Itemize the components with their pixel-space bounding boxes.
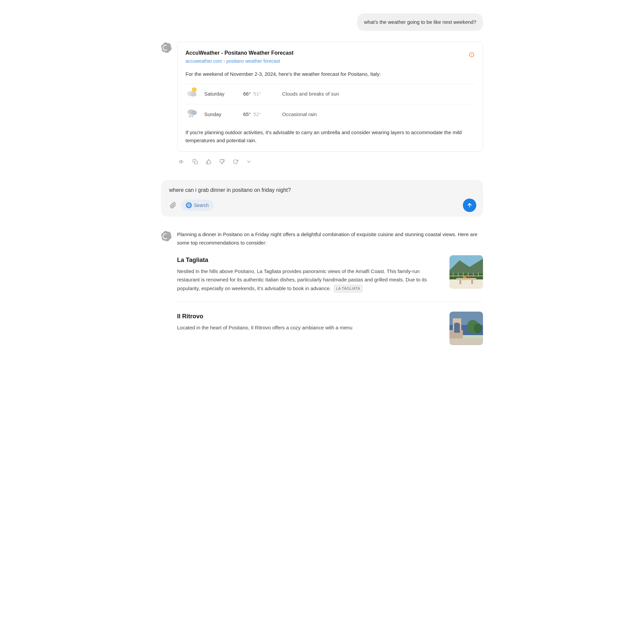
saturday-temp: 66° 51° [243, 90, 277, 98]
weather-card-url: accuweather.com › positano weather forec… [185, 57, 293, 65]
attach-button[interactable] [168, 200, 178, 211]
volume-icon[interactable] [177, 157, 186, 166]
weather-intro-text: For the weekend of November 2-3, 2024, h… [185, 70, 475, 78]
svg-line-8 [189, 115, 190, 117]
chevron-down-icon[interactable] [244, 157, 254, 166]
restaurant-desc-text-tagliata: Nestled in the hills above Positano, La … [177, 268, 427, 291]
restaurant-info-tagliata: La Tagliata Nestled in the hills above P… [177, 255, 443, 292]
saturday-weather-icon [185, 87, 199, 101]
restaurant-card-ritrovo: Il Ritrovo Located in the heart of Posit… [177, 312, 483, 355]
user-message-1: what's the weather going to be like next… [161, 13, 483, 31]
saturday-low: 51° [254, 91, 261, 97]
input-left-tools: Search [168, 200, 213, 211]
svg-point-7 [191, 110, 197, 115]
svg-rect-22 [471, 280, 473, 284]
svg-rect-40 [449, 338, 483, 345]
restaurant-info-ritrovo: Il Ritrovo Located in the heart of Posit… [177, 312, 443, 345]
refresh-icon[interactable] [231, 157, 240, 166]
svg-line-10 [193, 115, 193, 117]
svg-rect-31 [478, 273, 479, 277]
sunday-high: 65° [243, 111, 251, 117]
restaurant-card-tagliata: La Tagliata Nestled in the hills above P… [177, 255, 483, 302]
restaurant-desc-tagliata: Nestled in the hills above Positano, La … [177, 267, 443, 293]
weather-sun-icon: ⊙ [469, 49, 475, 60]
weather-card: AccuWeather - Positano Weather Forecast … [177, 42, 483, 152]
svg-rect-26 [453, 273, 453, 277]
copy-icon[interactable] [191, 157, 200, 166]
sunday-weather-icon [185, 108, 199, 121]
restaurant-image-tagliata [449, 255, 483, 289]
svg-marker-11 [179, 160, 181, 163]
weather-card-title: AccuWeather - Positano Weather Forecast [185, 49, 293, 57]
ai-avatar-2 [161, 231, 172, 241]
svg-line-9 [191, 115, 191, 117]
svg-rect-12 [195, 161, 198, 164]
sunday-low: 52° [254, 111, 261, 117]
weather-advice: If you're planning outdoor activities, i… [185, 128, 475, 145]
action-icons-row [177, 157, 483, 166]
input-toolbar: Search [168, 199, 476, 212]
svg-rect-28 [463, 273, 464, 277]
svg-point-37 [454, 323, 460, 326]
send-button[interactable] [463, 199, 476, 212]
svg-rect-19 [449, 279, 483, 289]
ai-weather-content: AccuWeather - Positano Weather Forecast … [177, 42, 483, 166]
restaurant-tag-tagliata: LA TAGLIATA [334, 285, 363, 292]
svg-rect-20 [456, 278, 476, 280]
svg-line-5 [192, 88, 193, 89]
saturday-description: Clouds and breaks of sun [282, 90, 339, 98]
restaurant-image-ritrovo [449, 312, 483, 345]
input-text-display[interactable]: where can i grab dinner in positano on f… [168, 186, 476, 195]
svg-rect-29 [468, 273, 469, 277]
ai-avatar [161, 42, 172, 53]
sunday-temp: 65° 52° [243, 110, 277, 118]
weather-card-header: AccuWeather - Positano Weather Forecast … [185, 49, 475, 69]
sunday-weather-row: Sunday 65° 52° Occasional rain [185, 104, 475, 124]
saturday-weather-row: Saturday 66° 51° Clouds and breaks of su… [185, 84, 475, 104]
restaurant-name-ritrovo: Il Ritrovo [177, 312, 443, 321]
ai-dinner-response: Planning a dinner in Positano on a Frida… [161, 230, 483, 364]
url-separator: › [223, 57, 225, 65]
svg-point-2 [191, 92, 197, 97]
svg-line-4 [196, 88, 197, 89]
restaurant-desc-ritrovo: Located in the heart of Positano, Il Rit… [177, 323, 443, 332]
thumbdown-icon[interactable] [217, 157, 227, 166]
weather-domain: accuweather.com [185, 57, 222, 65]
globe-icon [186, 202, 192, 208]
thumbup-icon[interactable] [204, 157, 213, 166]
user-message-text-1: what's the weather going to be like next… [364, 19, 476, 25]
saturday-label: Saturday [204, 90, 238, 98]
restaurant-desc-text-ritrovo: Located in the heart of Positano, Il Rit… [177, 325, 353, 330]
chat-input-area: where can i grab dinner in positano on f… [161, 180, 483, 217]
svg-point-39 [474, 323, 482, 333]
search-button-label: Search [194, 202, 209, 209]
svg-rect-21 [460, 280, 461, 284]
weather-path: positano weather forecast [226, 57, 280, 65]
svg-rect-30 [473, 273, 474, 277]
restaurant-name-tagliata: La Tagliata [177, 255, 443, 265]
ai-dinner-content: Planning a dinner in Positano on a Frida… [177, 230, 483, 364]
user-message-bubble-1: what's the weather going to be like next… [357, 13, 483, 31]
saturday-high: 66° [243, 91, 251, 97]
ai-weather-response: AccuWeather - Positano Weather Forecast … [161, 42, 483, 166]
search-button[interactable]: Search [181, 200, 213, 211]
dinner-intro: Planning a dinner in Positano on a Frida… [177, 230, 483, 247]
sunday-label: Sunday [204, 110, 238, 118]
sunday-description: Occasional rain [282, 110, 317, 118]
svg-rect-27 [458, 273, 459, 277]
